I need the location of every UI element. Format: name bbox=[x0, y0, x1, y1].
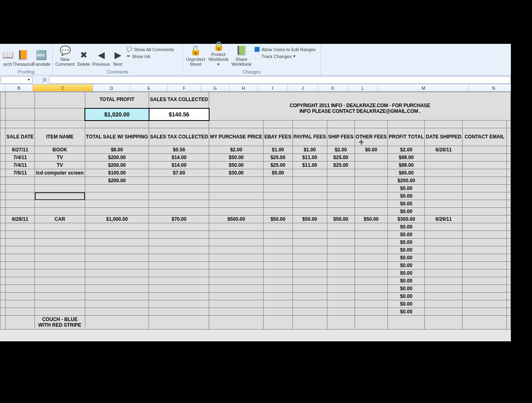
data-cell[interactable] bbox=[463, 231, 507, 239]
data-cell[interactable] bbox=[35, 177, 85, 185]
data-cell[interactable]: TV bbox=[35, 154, 85, 162]
data-cell[interactable]: $200.00 bbox=[85, 162, 149, 169]
data-cell[interactable] bbox=[35, 254, 85, 262]
cell[interactable] bbox=[506, 121, 510, 128]
share-workbook-button[interactable]: 📗Share Workbook bbox=[230, 45, 253, 67]
data-cell[interactable] bbox=[425, 277, 463, 285]
data-cell[interactable]: $14.00 bbox=[149, 154, 209, 162]
data-cell[interactable]: $0.00 bbox=[388, 262, 425, 269]
data-cell[interactable] bbox=[85, 246, 149, 254]
row-header[interactable] bbox=[0, 269, 6, 277]
cell[interactable] bbox=[506, 154, 510, 162]
table-header[interactable]: SHIP FEES bbox=[327, 128, 355, 146]
data-cell[interactable] bbox=[292, 300, 327, 308]
data-cell[interactable]: COUCH - BLUE WITH RED STRIPE bbox=[35, 316, 85, 330]
data-cell[interactable]: $0.00 bbox=[388, 239, 425, 246]
data-cell[interactable] bbox=[149, 293, 209, 300]
data-cell[interactable]: $500.00 bbox=[209, 216, 263, 223]
data-cell[interactable]: $11.00 bbox=[292, 154, 327, 162]
data-cell[interactable] bbox=[463, 208, 507, 216]
data-cell[interactable] bbox=[6, 308, 35, 316]
data-cell[interactable] bbox=[35, 239, 85, 246]
data-cell[interactable]: $100.00 bbox=[85, 169, 149, 177]
data-cell[interactable]: $0.00 bbox=[388, 293, 425, 300]
cell[interactable] bbox=[6, 121, 35, 128]
cell[interactable] bbox=[506, 128, 510, 146]
data-cell[interactable]: $0.56 bbox=[149, 146, 209, 154]
data-cell[interactable]: $25.00 bbox=[327, 162, 355, 169]
data-cell[interactable] bbox=[85, 231, 149, 239]
data-cell[interactable] bbox=[209, 239, 263, 246]
data-cell[interactable] bbox=[149, 192, 209, 200]
cell[interactable] bbox=[506, 300, 510, 308]
col-header-C[interactable]: C bbox=[33, 84, 93, 91]
data-cell[interactable] bbox=[263, 300, 292, 308]
data-cell[interactable]: $0.00 bbox=[388, 254, 425, 262]
cell[interactable] bbox=[506, 192, 510, 200]
data-cell[interactable] bbox=[85, 208, 149, 216]
cell[interactable] bbox=[506, 316, 510, 330]
data-cell[interactable] bbox=[425, 293, 463, 300]
data-cell[interactable] bbox=[149, 246, 209, 254]
data-cell[interactable] bbox=[425, 308, 463, 316]
data-cell[interactable] bbox=[85, 262, 149, 269]
data-cell[interactable] bbox=[327, 246, 355, 254]
data-cell[interactable] bbox=[85, 308, 149, 316]
row-header[interactable] bbox=[0, 300, 6, 308]
data-cell[interactable] bbox=[425, 231, 463, 239]
data-cell[interactable] bbox=[425, 285, 463, 293]
track-changes-button[interactable]: 📄Track Changes ▾ bbox=[254, 53, 316, 60]
data-cell[interactable] bbox=[263, 185, 292, 192]
cell[interactable] bbox=[209, 121, 263, 128]
data-cell[interactable] bbox=[355, 223, 388, 231]
data-cell[interactable] bbox=[292, 293, 327, 300]
data-cell[interactable] bbox=[6, 192, 35, 200]
cell[interactable] bbox=[506, 216, 510, 223]
data-cell[interactable] bbox=[463, 216, 507, 223]
data-cell[interactable] bbox=[85, 254, 149, 262]
data-cell[interactable] bbox=[149, 262, 209, 269]
data-cell[interactable]: $0.00 bbox=[388, 231, 425, 239]
data-cell[interactable] bbox=[209, 269, 263, 277]
cell[interactable] bbox=[506, 246, 510, 254]
data-cell[interactable] bbox=[327, 269, 355, 277]
cell[interactable] bbox=[425, 121, 463, 128]
data-cell[interactable] bbox=[355, 300, 388, 308]
data-cell[interactable] bbox=[6, 208, 35, 216]
cell[interactable] bbox=[506, 269, 510, 277]
data-cell[interactable] bbox=[263, 177, 292, 185]
previous-comment-button[interactable]: ◀Previous bbox=[92, 45, 110, 67]
data-cell[interactable] bbox=[6, 316, 35, 330]
data-cell[interactable] bbox=[35, 293, 85, 300]
data-cell[interactable] bbox=[425, 254, 463, 262]
data-cell[interactable]: $0.00 bbox=[355, 146, 388, 154]
grid[interactable]: TOTAL PROFITSALES TAX COLLECTEDCOPYRIGHT… bbox=[0, 92, 511, 330]
col-header-M[interactable]: M bbox=[378, 84, 469, 91]
data-cell[interactable] bbox=[463, 262, 507, 269]
table-header[interactable]: SALE DATE bbox=[6, 128, 35, 146]
data-cell[interactable] bbox=[149, 269, 209, 277]
data-cell[interactable] bbox=[209, 246, 263, 254]
data-cell[interactable] bbox=[263, 269, 292, 277]
data-cell[interactable]: $11.00 bbox=[292, 162, 327, 169]
data-cell[interactable]: $1,000.00 bbox=[85, 216, 149, 223]
data-cell[interactable] bbox=[355, 293, 388, 300]
data-cell[interactable] bbox=[463, 254, 507, 262]
row-header[interactable] bbox=[0, 262, 6, 269]
data-cell[interactable] bbox=[149, 177, 209, 185]
data-cell[interactable] bbox=[6, 246, 35, 254]
data-cell[interactable]: $65.00 bbox=[388, 169, 425, 177]
col-header-I[interactable]: I bbox=[258, 84, 288, 91]
cell[interactable]: $140.56 bbox=[149, 108, 209, 121]
data-cell[interactable] bbox=[263, 200, 292, 208]
worksheet[interactable]: BCDEFGHIJKLMN TOTAL PROFITSALES TAX COLL… bbox=[0, 84, 511, 341]
data-cell[interactable] bbox=[35, 231, 85, 239]
cell[interactable] bbox=[263, 121, 292, 128]
table-header[interactable]: CONTACT EMAIL bbox=[463, 128, 507, 146]
data-cell[interactable] bbox=[6, 293, 35, 300]
data-cell[interactable] bbox=[149, 316, 209, 330]
data-cell[interactable]: 6/28/11 bbox=[425, 146, 463, 154]
data-cell[interactable]: $200.00 bbox=[85, 154, 149, 162]
data-cell[interactable]: $1.00 bbox=[292, 146, 327, 154]
data-cell[interactable]: $50.00 bbox=[355, 216, 388, 223]
